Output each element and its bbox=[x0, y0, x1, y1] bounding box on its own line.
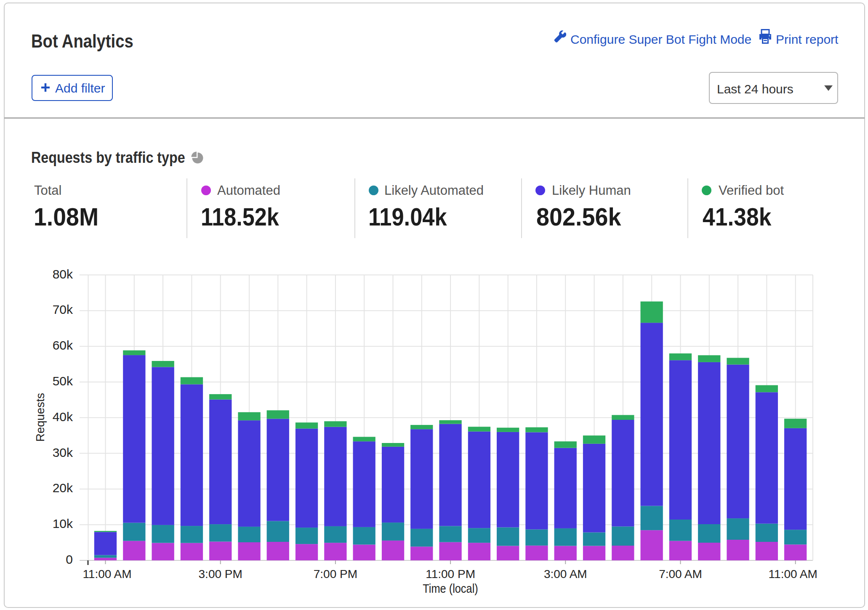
svg-text:70k: 70k bbox=[53, 302, 73, 316]
svg-text:7:00 PM: 7:00 PM bbox=[314, 568, 357, 581]
svg-text:11:00 PM: 11:00 PM bbox=[426, 568, 475, 581]
svg-text:7:00 AM: 7:00 AM bbox=[659, 568, 702, 581]
svg-text:3:00 AM: 3:00 AM bbox=[544, 568, 587, 581]
svg-text:11:00 AM: 11:00 AM bbox=[769, 568, 817, 581]
svg-text:20k: 20k bbox=[53, 481, 73, 495]
svg-text:Requests: Requests bbox=[34, 393, 47, 442]
svg-text:80k: 80k bbox=[53, 267, 73, 281]
svg-text:10k: 10k bbox=[53, 517, 73, 530]
svg-text:11:00 AM: 11:00 AM bbox=[83, 568, 131, 581]
svg-text:60k: 60k bbox=[53, 338, 73, 352]
svg-text:50k: 50k bbox=[53, 374, 73, 388]
svg-text:0: 0 bbox=[66, 552, 73, 566]
svg-text:Time (local): Time (local) bbox=[423, 581, 478, 595]
svg-text:30k: 30k bbox=[53, 446, 73, 459]
svg-text:40k: 40k bbox=[53, 410, 73, 424]
svg-text:3:00 PM: 3:00 PM bbox=[199, 568, 242, 581]
